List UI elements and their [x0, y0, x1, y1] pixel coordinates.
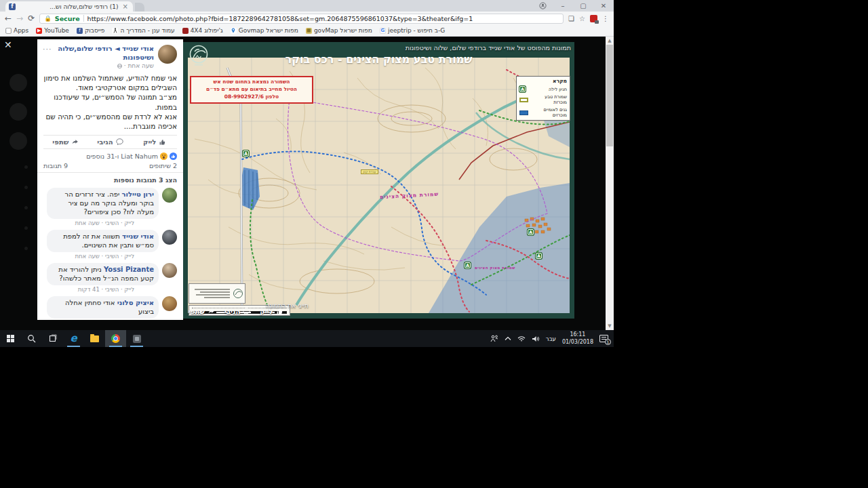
map-legend: מקרא חניון לילה A שמורת טבע מוכרזת גנים …: [516, 76, 570, 121]
reserve-swatch-icon: [519, 98, 528, 102]
network-icon[interactable]: [517, 336, 526, 342]
commenter-avatar[interactable]: [162, 263, 177, 278]
apps-grid-icon: ⋮⋮: [5, 28, 12, 34]
commenter-name[interactable]: איציק סלוני: [117, 299, 154, 306]
back-button[interactable]: ←: [5, 14, 12, 22]
comment-meta[interactable]: לייק · השיבי · שעה אחת: [47, 219, 159, 228]
comment-bubble[interactable]: איציק סלוני אודי סחתין אחלה ביצוע: [47, 296, 159, 319]
scroll-thumb[interactable]: [606, 45, 613, 146]
bookmark-youtube[interactable]: ▶ YouTube: [36, 27, 69, 34]
bookmark-label: Apps: [14, 27, 28, 34]
tab-close-icon[interactable]: ×: [121, 3, 130, 10]
bookmark-jeeptrip[interactable]: G jeeptrip - ב חיפוש-G: [380, 27, 445, 34]
theater-caption[interactable]: תמונות מהפוסט של אודי שנייד ברודפי שלום,…: [406, 44, 571, 52]
commenter-avatar[interactable]: [162, 296, 177, 311]
bookmark-jeep-4x4[interactable]: ג'יפולוג 4X4: [182, 27, 223, 34]
close-theater-icon[interactable]: ✕: [4, 40, 12, 49]
theater-like-button[interactable]: לייק: [260, 308, 283, 315]
bookmark-cloud-guide[interactable]: עמוד ענן - המדריך ה: [112, 27, 174, 34]
commenter-avatar[interactable]: [162, 230, 177, 245]
bookmark-apps[interactable]: ⋮⋮ Apps: [5, 27, 28, 34]
like-button[interactable]: לייק: [132, 138, 177, 146]
view-more-comments-link[interactable]: הצג 3 תגובות נוספות: [37, 175, 183, 186]
taskbar-clock[interactable]: 16:11 01/03/2018: [562, 331, 593, 346]
close-window-button[interactable]: ✕: [593, 0, 614, 12]
action-center-button[interactable]: 1: [599, 335, 608, 342]
forward-button[interactable]: →: [16, 14, 23, 22]
post-options-icon[interactable]: ···: [43, 45, 52, 54]
theater-share-button[interactable]: שתפי: [189, 308, 215, 315]
comments-count[interactable]: 9 תגובות: [43, 162, 68, 169]
background-avatar: [9, 132, 27, 150]
author-avatar[interactable]: [158, 45, 177, 64]
bookmark-facebook[interactable]: f פייסבוק: [77, 27, 105, 34]
scroll-down-icon[interactable]: ▼: [606, 322, 614, 330]
chrome-taskbar-button[interactable]: [105, 330, 126, 347]
commenter-name[interactable]: ירון טיילור: [122, 190, 155, 198]
system-tray: עבר 16:11 01/03/2018 1: [485, 331, 614, 346]
mini-logo-icon: [233, 288, 243, 299]
language-indicator[interactable]: עבר: [546, 336, 556, 342]
comment-meta[interactable]: לייק · השיבי · שעה אחת: [47, 252, 159, 261]
comment-button[interactable]: הגיבי: [88, 138, 133, 146]
bookmark-govmap-2[interactable]: ▦ govMap מפות ישראל: [306, 27, 372, 34]
url-text[interactable]: https://www.facebook.com/photo.php?fbid=…: [87, 15, 559, 22]
bookmarks-bar: ⋮⋮ Apps ▶ YouTube f פייסבוק עמוד ענן - ה…: [0, 25, 614, 37]
people-tray-icon[interactable]: [490, 335, 498, 342]
theater-comment-button[interactable]: הגיבי: [224, 308, 250, 315]
comment-label: הגיבי: [224, 308, 240, 315]
facebook-favicon-icon: f: [9, 3, 16, 10]
browser-toolbar: ← → ⟳ 🔒 Secure https://www.facebook.com/…: [0, 12, 614, 25]
maximize-button[interactable]: ▢: [573, 0, 593, 12]
taskbar-search-button[interactable]: [21, 330, 42, 347]
author-and-group[interactable]: אודי שנייד ◄ רודפי שלום,שלוה ושיטפונות: [43, 45, 154, 62]
thumbs-up-icon: [276, 308, 283, 315]
photos-taskbar-button[interactable]: [126, 330, 147, 347]
file-explorer-button[interactable]: [84, 330, 105, 347]
scroll-up-icon[interactable]: ▲: [606, 37, 614, 45]
volume-icon[interactable]: [532, 336, 540, 342]
reactions-row[interactable]: Liat Nahum ו-31 נוספים: [37, 149, 183, 161]
share-label: שתפי: [189, 308, 205, 315]
save-page-icon[interactable]: ❏: [568, 15, 574, 22]
task-view-icon: [48, 334, 57, 343]
comment-bubble[interactable]: אודי שנייד תשווה את זה למפת סמ״ש ותבין א…: [47, 230, 159, 252]
photo-stage[interactable]: תמונות מהפוסט של אודי שנייד ברודפי שלום,…: [183, 42, 574, 319]
google-g-icon: G: [380, 28, 386, 34]
edge-taskbar-button[interactable]: e: [63, 330, 84, 347]
address-bar[interactable]: 🔒 Secure https://www.facebook.com/photo.…: [39, 14, 564, 24]
reactions-summary[interactable]: Liat Nahum ו-31 נוספים: [86, 152, 158, 160]
jeep-icon: [182, 28, 189, 34]
post-header: אודי שנייד ◄ רודפי שלום,שלוה ושיטפונות ש…: [37, 39, 183, 72]
start-button[interactable]: [0, 330, 21, 347]
tray-expand-icon[interactable]: [505, 336, 511, 341]
comment-meta[interactable]: לייק · השיבי · 41 דקות: [47, 285, 159, 294]
commenter-name[interactable]: אודי שנייד: [122, 232, 154, 240]
new-tab-button[interactable]: [135, 3, 144, 12]
reload-button[interactable]: ⟳: [28, 14, 35, 22]
photos-icon: [133, 335, 141, 343]
extension-icon[interactable]: [590, 15, 597, 22]
commenter-name[interactable]: Yossi Pizante: [104, 266, 154, 273]
search-icon: [27, 334, 36, 343]
comment-bubble[interactable]: Yossi Pizante ניתן להוריד את קטע המפה הנ…: [47, 263, 159, 285]
profile-icon[interactable]: [532, 0, 553, 12]
page-scrollbar[interactable]: ▲ ▼: [606, 37, 614, 330]
bookmark-govmap-1[interactable]: Govmap מפות ישראל: [231, 27, 298, 34]
comment-bubble[interactable]: ירון טיילור יפה. ציר זרזרים הר בוקר ומעל…: [47, 188, 159, 219]
national-park-swatch-icon: [519, 110, 528, 115]
browser-tab[interactable]: f (1) רודפי שלום,שלוה וש... ×: [5, 1, 133, 12]
share-arrow-icon: [208, 308, 215, 315]
firing-zone-warning: השמורה נמצאת בתחום שטח אש הטיול מחייב בת…: [190, 76, 313, 104]
minimize-button[interactable]: –: [553, 0, 573, 12]
place-tag-label: עבדת קטן: [361, 169, 378, 174]
shares-count[interactable]: 2 שיתופים: [149, 162, 177, 169]
task-view-button[interactable]: [42, 330, 63, 347]
chrome-menu-icon[interactable]: ⋮: [602, 15, 609, 22]
browser-tabstrip: f (1) רודפי שלום,שלוה וש... × – ▢ ✕: [0, 0, 614, 12]
share-button[interactable]: שתפי: [43, 138, 88, 146]
bookmark-star-icon[interactable]: ☆: [579, 15, 585, 22]
background-dot: [24, 226, 28, 230]
commenter-avatar[interactable]: [162, 188, 177, 203]
hiker-icon: [112, 28, 118, 34]
